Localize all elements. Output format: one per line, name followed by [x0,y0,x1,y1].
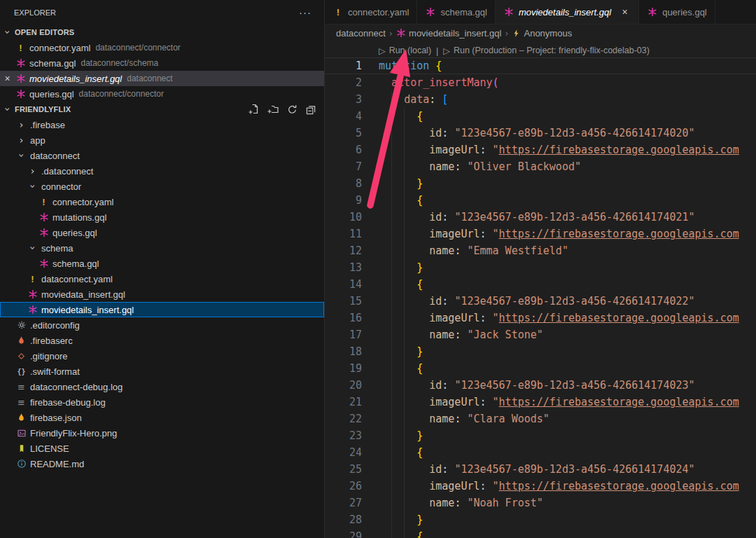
code-line-8[interactable]: 8 } [325,175,756,192]
code-line-25[interactable]: 25 id: "123e4567-e89b-12d3-a456-42661417… [325,461,756,478]
line-content: { [362,194,423,207]
open-editors-header[interactable]: › OPEN EDITORS [0,25,324,40]
run-production-link[interactable]: ▷Run (Production – Project: friendly-fli… [443,46,650,56]
breadcrumb-separator-icon: › [389,28,393,39]
tab-connector.yaml[interactable]: !connector.yaml [325,0,417,24]
code-line-21[interactable]: 21 imageUrl: "https://firebasestorage.go… [325,394,756,411]
tree-file-schema.gql[interactable]: schema.gql [0,256,324,271]
code-line-6[interactable]: 6 imageUrl: "https://firebasestorage.goo… [325,142,756,158]
new-file-icon[interactable] [248,103,260,116]
code-line-1[interactable]: 1mutation { [325,57,756,74]
tree-file-.gitignore[interactable]: .gitignore [0,348,324,364]
breadcrumb-item-Anonymous[interactable]: Anonymous [512,28,572,39]
code-token: name [429,413,454,425]
code-editor[interactable]: ▷Run (local) | ▷Run (Production – Projec… [325,41,756,538]
code-line-7[interactable]: 7 name: "Oliver Blackwood" [325,158,756,175]
breadcrumb-item-dataconnect[interactable]: dataconnect [336,28,386,39]
tree-file-mutations.gql[interactable]: mutations.gql [0,209,324,225]
codelens-bar: ▷Run (local) | ▷Run (Production – Projec… [325,41,756,57]
tree-folder-dataconnect[interactable]: ›dataconnect [0,148,324,163]
breadcrumb-item-moviedetails_insert.gql[interactable]: moviedetails_insert.gql [396,28,501,39]
code-token [379,110,416,123]
close-icon[interactable]: × [0,73,15,84]
open-editor-item[interactable]: queries.gqldataconnect/connector [0,86,324,102]
code-token: : [442,463,454,476]
line-number: 14 [325,278,362,291]
code-link[interactable]: https://firebasestorage.googleapis.com [499,396,739,408]
more-actions-icon[interactable]: ··· [299,6,312,18]
code-token: { [416,446,423,459]
tree-folder-app[interactable]: ›app [0,132,324,148]
line-content: id: "123e4567-e89b-12d3-a456-42661417402… [362,379,695,392]
code-line-22[interactable]: 22 name: "Clara Woods" [325,411,756,427]
code-line-19[interactable]: 19 { [325,360,756,377]
tree-file-dataconnect.yaml[interactable]: !dataconnect.yaml [0,271,324,287]
code-line-2[interactable]: 2 actor_insertMany( [325,74,756,91]
tree-file-.swift-format[interactable]: {}.swift-format [0,364,324,379]
code-link[interactable]: https://firebasestorage.googleapis.com [499,228,739,240]
code-line-5[interactable]: 5 id: "123e4567-e89b-12d3-a456-426614174… [325,125,756,142]
tree-folder-schema[interactable]: ›schema [0,240,324,256]
code-line-17[interactable]: 17 name: "Jack Stone" [325,326,756,343]
code-line-14[interactable]: 14 { [325,276,756,293]
tree-file-dataconnect-debug.log[interactable]: ≡dataconnect-debug.log [0,379,324,394]
tree-folder-.dataconnect[interactable]: ›.dataconnect [0,163,324,179]
code-line-13[interactable]: 13 } [325,259,756,276]
run-icon: ▷ [379,46,386,56]
tab-moviedetails_insert.gql[interactable]: moviedetails_insert.gql× [496,0,639,24]
code-token: " [493,480,499,492]
yaml-warn-icon: ! [332,7,344,18]
refresh-icon[interactable] [286,103,298,116]
code-line-11[interactable]: 11 imageUrl: "https://firebasestorage.go… [325,226,756,242]
open-editor-item[interactable]: !connector.yamldataconnect/connector [0,40,324,55]
tree-file-firebase.json[interactable]: firebase.json [0,410,324,425]
tree-file-README.md[interactable]: README.md [0,456,324,471]
graphql-icon [38,228,50,237]
code-line-26[interactable]: 26 imageUrl: "https://firebasestorage.go… [325,478,756,495]
code-line-29[interactable]: 29 { [325,528,756,538]
code-line-15[interactable]: 15 id: "123e4567-e89b-12d3-a456-42661417… [325,293,756,310]
code-link[interactable]: https://firebasestorage.googleapis.com [499,480,739,492]
code-line-9[interactable]: 9 { [325,192,756,209]
code-link[interactable]: https://firebasestorage.googleapis.com [499,312,739,324]
open-editor-item[interactable]: ×moviedetails_insert.gqldataconnect [0,71,324,86]
tree-file-firebase-debug.log[interactable]: ≡firebase-debug.log [0,394,324,410]
tree-file-.editorconfig[interactable]: .editorconfig [0,317,324,333]
tree-file-LICENSE[interactable]: LICENSE [0,441,324,456]
code-token: } [416,345,423,358]
code-line-27[interactable]: 27 name: "Noah Frost" [325,495,756,511]
code-line-12[interactable]: 12 name: "Emma Westfield" [325,242,756,259]
code-token: : [480,144,493,156]
collapse-all-icon[interactable] [304,103,317,116]
code-token: "Oliver Blackwood" [467,160,581,173]
run-local-link[interactable]: ▷Run (local) [379,46,431,56]
tree-file-.firebaserc[interactable]: .firebaserc [0,333,324,348]
tab-queries.gql[interactable]: queries.gql [639,0,715,24]
code-line-4[interactable]: 4 { [325,108,756,125]
breadcrumb-label: moviedetails_insert.gql [409,28,501,39]
close-icon[interactable]: × [619,6,631,18]
tree-file-connector.yaml[interactable]: !connector.yaml [0,194,324,209]
tree-file-moviedata_insert.gql[interactable]: moviedata_insert.gql [0,287,324,302]
line-number: 5 [325,127,362,139]
code-line-23[interactable]: 23 } [325,427,756,444]
tree-item-label: moviedetails_insert.gql [41,305,134,315]
code-line-24[interactable]: 24 { [325,444,756,461]
code-line-28[interactable]: 28 } [325,511,756,528]
code-line-3[interactable]: 3 data: [ [325,91,756,108]
tree-folder-.firebase[interactable]: ›.firebase [0,117,324,132]
tree-folder-connector[interactable]: ›connector [0,179,324,194]
code-line-18[interactable]: 18 } [325,343,756,360]
line-number: 29 [325,530,362,538]
tree-file-moviedetails_insert.gql[interactable]: moviedetails_insert.gql [0,302,324,317]
open-editor-item[interactable]: schema.gqldataconnect/schema [0,55,324,71]
tree-file-FriendlyFlix-Hero.png[interactable]: FriendlyFlix-Hero.png [0,425,324,441]
code-line-10[interactable]: 10 id: "123e4567-e89b-12d3-a456-42661417… [325,209,756,226]
tree-file-queries.gql[interactable]: queries.gql [0,225,324,240]
code-line-20[interactable]: 20 id: "123e4567-e89b-12d3-a456-42661417… [325,377,756,394]
tab-schema.gql[interactable]: schema.gql [417,0,495,24]
code-link[interactable]: https://firebasestorage.googleapis.com [499,144,739,156]
folder-section-header[interactable]: › FRIENDLYFLIX [0,102,324,117]
code-line-16[interactable]: 16 imageUrl: "https://firebasestorage.go… [325,310,756,326]
new-folder-icon[interactable] [267,103,279,116]
